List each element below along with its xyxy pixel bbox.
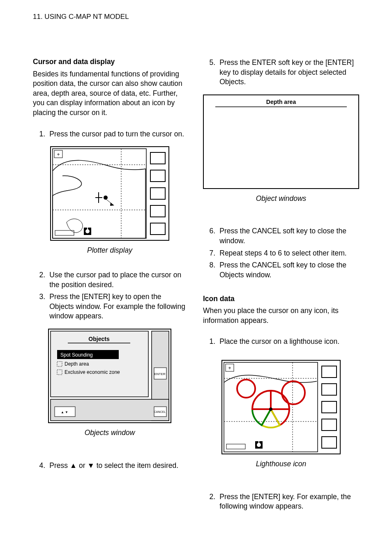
step-7: Repeat steps 4 to 6 to select other item… — [217, 249, 359, 258]
cursor-heading: Cursor and data display — [33, 57, 187, 67]
svg-rect-52 — [322, 419, 337, 431]
icon-data-heading: Icon data — [203, 294, 359, 304]
svg-rect-17 — [150, 170, 165, 182]
fig-plotter-caption: Plotter display — [33, 246, 187, 256]
chapter-header: 11. USING C-MAP NT MODEL — [33, 12, 359, 22]
fig-detail-caption: Object windows — [203, 194, 359, 204]
steps-6-8: Press the CANCEL soft key to close the w… — [203, 226, 359, 282]
objects-item-1: Spot Sounding — [60, 352, 93, 358]
steps-4: Press ▲ or ▼ to select the item desired. — [33, 461, 187, 473]
svg-point-44 — [269, 408, 272, 411]
steps-icon-1: Place the cursor on a lighthouse icon. — [203, 337, 359, 349]
svg-rect-49 — [322, 366, 337, 378]
svg-text:+: + — [228, 365, 231, 371]
fig-lighthouse-caption: Lighthouse icon — [203, 459, 359, 469]
intro-text: Besides its fundamental functions of pro… — [33, 69, 187, 118]
step-4: Press ▲ or ▼ to select the item desired. — [47, 461, 187, 471]
step-3: Press the [ENTER] key to open the Object… — [47, 292, 187, 321]
svg-rect-12 — [55, 230, 74, 235]
steps-5: Press the ENTER soft key or the [ENTER] … — [203, 58, 359, 90]
step-5: Press the ENTER soft key or the [ENTER] … — [217, 58, 359, 87]
icon-data-intro: When you place the cursor on any icon, i… — [203, 306, 359, 325]
svg-point-14 — [85, 229, 90, 233]
figure-objects-window: Objects Spot Sounding Depth area Exclusi… — [33, 329, 187, 423]
svg-rect-35 — [222, 360, 340, 454]
step-1: Press the cursor pad to turn the cursor … — [47, 129, 187, 139]
objects-item-3: Exclusive economic zone — [65, 369, 120, 375]
steps-1: Press the cursor pad to turn the cursor … — [33, 129, 187, 142]
svg-rect-19 — [150, 205, 165, 217]
objects-item-2: Depth area — [65, 361, 89, 367]
svg-point-43 — [282, 381, 305, 404]
objects-title: Objects — [88, 336, 110, 342]
svg-rect-50 — [322, 384, 337, 395]
left-column: Cursor and data display Besides its fund… — [33, 55, 187, 517]
svg-rect-16 — [150, 152, 165, 164]
figure-detail-box: Depth area — [203, 94, 359, 189]
plotter-svg: + — [50, 146, 169, 241]
step-8: Press the CANCEL soft key to close the O… — [217, 260, 359, 280]
svg-rect-33 — [203, 95, 359, 189]
fig-objects-caption: Objects window — [33, 428, 187, 438]
svg-rect-0 — [51, 147, 169, 240]
step-2: Use the cursor pad to place the cursor o… — [47, 270, 187, 290]
right-column: Press the ENTER soft key or the [ENTER] … — [203, 55, 359, 517]
lighthouse-svg: + — [221, 360, 341, 454]
steps-icon-2: Press the [ENTER] key. For example, the … — [203, 492, 359, 514]
svg-marker-11 — [110, 203, 114, 206]
svg-rect-53 — [322, 437, 337, 448]
steps-2-3: Use the cursor pad to place the cursor o… — [33, 270, 187, 324]
svg-point-42 — [237, 380, 255, 398]
icon-step-2: Press the [ENTER] key. For example, the … — [217, 492, 359, 511]
page: 11. USING C-MAP NT MODEL Cursor and data… — [0, 0, 392, 555]
svg-rect-20 — [150, 223, 165, 235]
icon-step-1: Place the cursor on a lighthouse icon. — [217, 337, 359, 347]
svg-rect-18 — [150, 188, 165, 199]
detail-title: Depth area — [266, 99, 296, 105]
svg-rect-51 — [322, 401, 337, 413]
figure-plotter: + — [33, 146, 187, 241]
enter-softkey: ENTER — [154, 372, 165, 376]
step-6: Press the CANCEL soft key to close the w… — [217, 226, 359, 246]
svg-rect-45 — [226, 444, 245, 449]
svg-point-47 — [257, 443, 261, 447]
objects-window-svg: Objects Spot Sounding Depth area Exclusi… — [48, 329, 171, 423]
detail-box-svg: Depth area — [203, 94, 359, 189]
two-column-layout: Cursor and data display Besides its fund… — [33, 55, 359, 517]
svg-text:+: + — [57, 152, 60, 157]
svg-text:▲ ▼: ▲ ▼ — [61, 410, 68, 414]
figure-lighthouse: + — [203, 360, 359, 454]
cancel-softkey: CANCEL — [154, 410, 166, 413]
